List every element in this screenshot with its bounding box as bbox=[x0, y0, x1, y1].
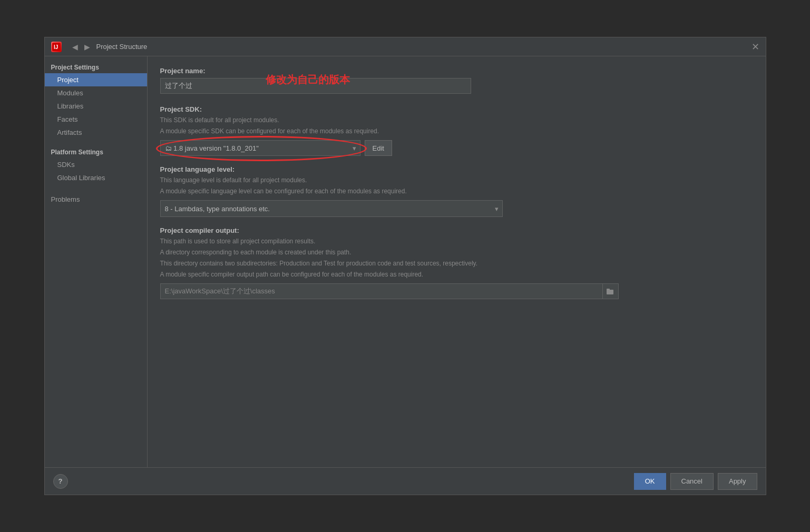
sidebar-item-libraries[interactable]: Libraries bbox=[45, 100, 147, 113]
sdk-desc2: A module specific SDK can be configured … bbox=[160, 126, 753, 136]
lang-desc1: This language level is default for all p… bbox=[160, 175, 753, 185]
sidebar-item-sdks[interactable]: SDKs bbox=[45, 158, 147, 171]
sidebar-item-project[interactable]: Project bbox=[45, 73, 147, 86]
sidebar: Project Settings Project Modules Librari… bbox=[45, 56, 148, 467]
compiler-desc4: A module specific compiler output path c… bbox=[160, 270, 753, 279]
svg-rect-2 bbox=[607, 290, 613, 294]
project-settings-label: Project Settings bbox=[45, 61, 147, 73]
compiler-output-row bbox=[160, 283, 753, 299]
language-level-select[interactable]: 8 - Lambdas, type annotations etc. bbox=[160, 200, 503, 217]
platform-settings-label: Platform Settings bbox=[45, 145, 147, 158]
compiler-output-input[interactable] bbox=[160, 283, 603, 299]
help-button[interactable]: ? bbox=[53, 474, 68, 489]
project-name-label: Project name: bbox=[160, 67, 753, 75]
main-panel: Project name: 修改为自己的版本 Project SDK: This… bbox=[148, 56, 766, 467]
ok-button[interactable]: OK bbox=[634, 473, 666, 490]
compiler-desc2: A directory corresponding to each module… bbox=[160, 248, 753, 257]
content-area: Project Settings Project Modules Librari… bbox=[45, 56, 766, 467]
sdk-row: 🗂 1.8 java version "1.8.0_201" Edit bbox=[160, 140, 753, 156]
sidebar-item-global-libraries[interactable]: Global Libraries bbox=[45, 171, 147, 184]
dialog-title: Project Structure bbox=[96, 43, 148, 51]
sdk-desc1: This SDK is default for all project modu… bbox=[160, 115, 753, 125]
app-icon: IJ bbox=[51, 42, 62, 52]
forward-button[interactable]: ▶ bbox=[82, 42, 92, 52]
cancel-button[interactable]: Cancel bbox=[670, 473, 714, 490]
project-name-input[interactable] bbox=[160, 78, 471, 94]
sidebar-item-artifacts[interactable]: Artifacts bbox=[45, 126, 147, 139]
sdk-edit-button[interactable]: Edit bbox=[365, 140, 392, 156]
compiler-desc1: This path is used to store all project c… bbox=[160, 237, 753, 246]
svg-text:IJ: IJ bbox=[54, 44, 58, 50]
sidebar-item-modules[interactable]: Modules bbox=[45, 86, 147, 100]
lang-desc2: A module specific language level can be … bbox=[160, 186, 753, 196]
close-button[interactable]: ✕ bbox=[752, 42, 759, 52]
lang-select-wrapper: 8 - Lambdas, type annotations etc. bbox=[160, 200, 503, 217]
title-bar-left: IJ ◀ ▶ Project Structure bbox=[51, 42, 148, 52]
compiler-output-browse-button[interactable] bbox=[603, 283, 619, 299]
lang-section-title: Project language level: bbox=[160, 165, 753, 173]
sdk-select-wrapper: 🗂 1.8 java version "1.8.0_201" bbox=[160, 140, 360, 156]
svg-rect-3 bbox=[607, 289, 610, 290]
main-panel-inner: Project name: 修改为自己的版本 Project SDK: This… bbox=[160, 67, 753, 299]
back-button[interactable]: ◀ bbox=[70, 42, 80, 52]
bottom-actions: OK Cancel Apply bbox=[634, 473, 757, 490]
project-structure-dialog: IJ ◀ ▶ Project Structure ✕ Project Setti… bbox=[44, 37, 766, 495]
title-nav: ◀ ▶ bbox=[70, 42, 92, 52]
compiler-section-title: Project compiler output: bbox=[160, 226, 753, 234]
compiler-desc3: This directory contains two subdirectori… bbox=[160, 259, 753, 268]
bottom-bar: ? OK Cancel Apply bbox=[45, 467, 766, 495]
apply-button[interactable]: Apply bbox=[718, 473, 757, 490]
sidebar-item-facets[interactable]: Facets bbox=[45, 113, 147, 126]
title-bar: IJ ◀ ▶ Project Structure ✕ bbox=[45, 37, 766, 56]
sdk-select[interactable]: 🗂 1.8 java version "1.8.0_201" bbox=[160, 140, 360, 156]
sidebar-item-problems[interactable]: Problems bbox=[45, 193, 147, 206]
sdk-section-title: Project SDK: bbox=[160, 105, 753, 113]
